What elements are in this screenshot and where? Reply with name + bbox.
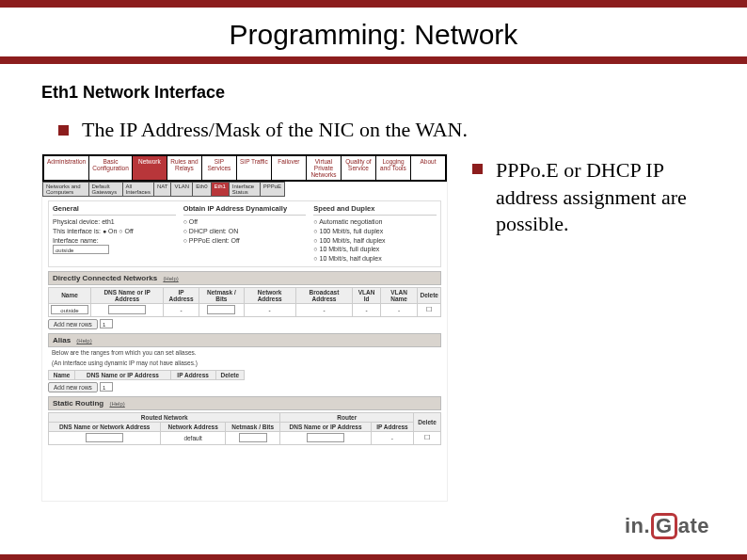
subtab-vlan[interactable]: VLAN (171, 183, 192, 196)
static-dns-input[interactable] (86, 433, 123, 442)
dcn-col-vlanid: VLAN Id (353, 287, 380, 303)
table-row: default - ☐ (49, 431, 441, 444)
add-rows-button[interactable]: Add new rows (48, 319, 98, 329)
general-row: General Physical device: eth1 This inter… (48, 200, 441, 266)
obtain-col: Obtain IP Address Dynamically Off DHCP c… (183, 204, 307, 263)
lower-row: Administration Basic Configuration Netwo… (41, 153, 706, 502)
static-default: default (161, 431, 225, 444)
dcn-vlanid-cell: - (353, 303, 380, 316)
bullet-1: The IP Address/Mask of the NIC on the WA… (58, 118, 706, 142)
tab-administration[interactable]: Administration (44, 156, 88, 180)
dcn-col-dns: DNS Name or IP Address (91, 287, 164, 303)
dcn-col-ip: IP Address (164, 287, 199, 303)
alias-header: Alias (Help) (48, 333, 441, 347)
alias-note: Below are the ranges from which you can … (48, 347, 441, 358)
static-col-delete: Delete (414, 412, 441, 431)
routed-header: Routed Network (49, 412, 280, 422)
iface-name-label: Interface name: (53, 236, 176, 246)
tab-qos[interactable]: Quality of Service (342, 156, 375, 180)
obtain-off[interactable]: Off (183, 217, 307, 227)
tab-sip-traffic[interactable]: SIP Traffic (237, 156, 271, 180)
static-header: Static Routing (Help) (48, 396, 441, 410)
subtab-networks[interactable]: Networks and Computers (43, 183, 88, 196)
static-col-3: Netmask / Bits (225, 422, 280, 431)
speed-10f[interactable]: 10 Mbit/s, full duplex (313, 245, 437, 254)
tab-network[interactable]: Network (133, 156, 167, 180)
panel: General Physical device: eth1 This inter… (42, 197, 447, 448)
tab-about[interactable]: About (411, 156, 445, 180)
subtab-eth0[interactable]: Eth0 (193, 183, 210, 196)
static-title: Static Routing (53, 399, 103, 408)
dcn-delete-cell[interactable]: ☐ (418, 303, 441, 316)
dcn-dns-input[interactable] (108, 305, 146, 314)
alias-title: Alias (53, 336, 71, 344)
speed-title: Speed and Duplex (313, 204, 437, 216)
subtab-pppoe[interactable]: PPPoE (261, 183, 284, 196)
router-header: Router (280, 412, 414, 422)
add-rows-count[interactable]: 1 (100, 319, 113, 328)
iface-name-input[interactable]: outside (53, 245, 109, 254)
subtab-if-status[interactable]: Interface Status (230, 183, 260, 196)
table-row: Name DNS Name or IP Address IP Address D… (49, 370, 245, 379)
static-mask-input[interactable] (239, 433, 267, 442)
table-row: DNS Name or Network Address Network Addr… (49, 422, 441, 431)
subtab-nat[interactable]: NAT (154, 183, 171, 196)
dcn-bcast-cell: - (295, 303, 353, 316)
dcn-name-input[interactable]: outside (51, 305, 88, 314)
subtab-all-if[interactable]: All Interfaces (123, 183, 153, 196)
subtab-eth1[interactable]: Eth1 (212, 183, 229, 196)
dcn-header: Directly Connected Networks (Help) (48, 271, 441, 285)
embedded-screenshot: Administration Basic Configuration Netwo… (41, 153, 448, 502)
dcn-col-name: Name (49, 287, 91, 303)
speed-auto[interactable]: Automatic negotiation (313, 217, 437, 227)
dcn-mask-input[interactable] (207, 305, 235, 314)
add-rows-count-2[interactable]: 1 (100, 382, 113, 392)
general-col: General Physical device: eth1 This inter… (53, 204, 176, 263)
sub-tabs: Networks and Computers Default Gateways … (42, 182, 285, 197)
add-rows-button-2[interactable]: Add new rows (48, 382, 98, 392)
alias-table: Name DNS Name or IP Address IP Address D… (48, 370, 245, 380)
ingate-logo: in.Gate (625, 513, 709, 539)
obtain-title: Obtain IP Address Dynamically (183, 204, 307, 216)
alias-help[interactable]: (Help) (76, 338, 91, 344)
static-delete-cell[interactable]: ☐ (414, 431, 441, 444)
slide-bottom-accent (0, 554, 747, 560)
tab-failover[interactable]: Failover (272, 156, 306, 180)
dcn-col-mask: Netmask / Bits (199, 287, 244, 303)
static-col-4: DNS Name or IP Address (280, 422, 371, 431)
speed-100h[interactable]: 100 Mbit/s, half duplex (313, 236, 437, 246)
alias-col-ip: IP Address (170, 370, 215, 379)
phys-device: Physical device: eth1 (53, 217, 176, 227)
static-col-1: DNS Name or Network Address (49, 422, 161, 431)
static-help[interactable]: (Help) (109, 401, 124, 407)
tab-basic-config[interactable]: Basic Configuration (89, 156, 132, 180)
table-row: outside - - - - - ☐ (49, 303, 441, 316)
static-table: Routed Network Router Delete DNS Name or… (48, 412, 441, 445)
bullet-square-icon (58, 125, 69, 136)
dcn-net-cell: - (244, 303, 295, 316)
obtain-pppoe[interactable]: PPPoE client: Off (183, 236, 307, 246)
tab-logging[interactable]: Logging and Tools (376, 156, 410, 180)
alias-col-delete: Delete (215, 370, 244, 379)
table-row: Routed Network Router Delete (49, 412, 441, 422)
dcn-title: Directly Connected Networks (53, 274, 157, 282)
right-column: PPPo.E or DHCP IP address assignment are… (448, 153, 706, 502)
bullet-2-text: PPPo.E or DHCP IP address assignment are… (496, 157, 706, 238)
logo-post: ate (678, 514, 709, 537)
bullet-square-icon (472, 164, 483, 174)
static-router-input[interactable] (307, 433, 344, 442)
sub-heading: Eth1 Network Interface (41, 83, 706, 103)
tab-rules[interactable]: Rules and Relays (167, 156, 201, 180)
dcn-help[interactable]: (Help) (163, 276, 178, 281)
speed-100f[interactable]: 100 Mbit/s, full duplex (313, 227, 437, 236)
subtab-gateways[interactable]: Default Gateways (89, 183, 122, 196)
slide-title: Programming: Network (0, 8, 747, 64)
tab-vpn[interactable]: Virtual Private Networks (307, 156, 341, 180)
speed-10h[interactable]: 10 Mbit/s, half duplex (313, 254, 437, 264)
alias-note2: (An interface using dynamic IP may not h… (48, 358, 441, 368)
tab-sip-services[interactable]: SIP Services (202, 156, 236, 180)
bullet-1-text: The IP Address/Mask of the NIC on the WA… (82, 118, 468, 142)
iface-toggle[interactable]: This interface is: ● On ○ Off (53, 227, 176, 236)
top-tabs: Administration Basic Configuration Netwo… (42, 154, 447, 182)
obtain-dhcp[interactable]: DHCP client: ON (183, 227, 307, 236)
